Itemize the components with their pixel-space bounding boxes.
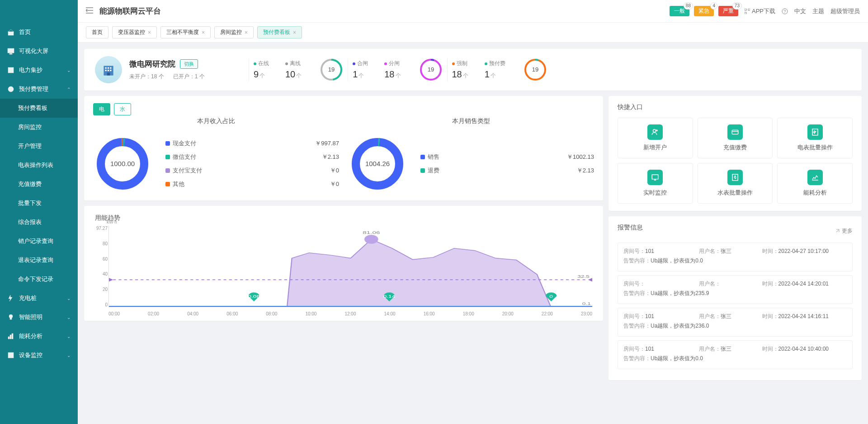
theme-selector[interactable]: 主题 [812,7,824,15]
svg-point-43 [364,235,378,244]
svg-rect-53 [652,175,659,179]
nav-sub-批量下发[interactable]: 批量下发 [0,194,78,213]
tab-预付费看板[interactable]: 预付费看板× [257,26,302,38]
help-icon[interactable]: ? [782,8,788,14]
close-icon[interactable]: × [148,29,151,36]
svg-rect-18 [105,67,107,69]
nav-可视化大屏[interactable]: 可视化大屏 [0,42,78,61]
alarm-panel: 报警信息 更多 房间号：101 用户名：张三 时间：2022-04-27 10:… [609,216,862,380]
pay-icon [727,124,743,140]
trend-title: 用能趋势 [95,214,592,222]
pie1-chart: 1000.00 [93,134,152,193]
language-selector[interactable]: 中文 [794,7,806,15]
svg-rect-51 [732,130,738,134]
pie-panel: 电 水 本月收入占比 [84,96,603,200]
tab-变压器监控[interactable]: 变压器监控× [112,26,157,38]
tab-首页[interactable]: 首页 [86,26,108,38]
svg-rect-24 [107,72,110,75]
quick-能耗分析[interactable]: 能耗分析 [777,163,853,204]
pie1-title: 本月收入占比 [93,117,339,125]
nav-电力集抄[interactable]: 电力集抄⌄ [0,61,78,80]
nav-sub-房间监控[interactable]: 房间监控 [0,118,78,137]
alarm-item[interactable]: 房间号：101 用户名：张三 时间：2022-04-24 10:40:00 告警… [618,340,853,369]
toggle-water-button[interactable]: 水 [114,103,131,115]
nav-sub-开户管理[interactable]: 开户管理 [0,137,78,156]
app-title: 能源物联网云平台 [99,6,161,16]
nav-设备监控[interactable]: 设备监控⌄ [0,346,78,365]
quick-新增开户[interactable]: 新增开户 [618,118,693,158]
batch-water-icon [727,170,743,185]
legend-row: 其他￥0 [165,177,339,191]
alarm-item[interactable]: 房间号： 用户名： 时间：2022-04-24 14:20:01 告警内容：Ua… [618,275,853,304]
switch-org-button[interactable]: 切换 [180,59,198,69]
svg-rect-6 [10,318,12,319]
home-icon [7,29,14,36]
chevron-up-icon: ⌃ [67,87,71,92]
svg-text:0.14: 0.14 [383,294,396,298]
nav-充电桩[interactable]: 充电桩⌄ [0,289,78,308]
nav-智能照明[interactable]: 智能照明⌄ [0,308,78,327]
tab-房间监控[interactable]: 房间监控× [214,26,254,38]
toggle-elec-button[interactable]: 电 [93,103,110,115]
nav-sub-电表操作列表[interactable]: 电表操作列表 [0,156,78,175]
svg-rect-2 [9,53,12,54]
chevron-down-icon: ⌄ [67,315,71,320]
alarm-more-link[interactable]: 更多 [835,227,853,235]
svg-text:1004.26: 1004.26 [365,160,390,167]
quick-电表批量操作[interactable]: 电表批量操作 [777,118,853,158]
stat-prepay: 预付费 1个 [485,60,505,80]
svg-point-5 [9,314,13,318]
nav-预付费管理[interactable]: 预付费管理⌃ [0,80,78,99]
close-icon[interactable]: × [245,29,248,36]
quick-panel: 快捷入口 新增开户充值缴费电表批量操作实时监控水表批量操作能耗分析 [609,96,862,211]
svg-rect-20 [110,67,111,69]
alert-badge-一般[interactable]: 一般88 [670,6,689,16]
legend-row: 现金支付￥997.87 [165,137,339,150]
ring-prepay: 19 [524,58,547,81]
tab-三相不平衡度[interactable]: 三相不平衡度× [160,26,211,38]
user-menu[interactable]: 超级管理员 [830,7,860,15]
alert-badge-紧急[interactable]: 紧急4 [694,6,714,16]
link-icon [835,229,840,233]
close-icon[interactable]: × [293,29,296,36]
trend-chart-svg: 81.06 32.5 0.1 0.080.140 [109,226,592,307]
svg-rect-13 [748,9,750,10]
svg-rect-9 [12,333,13,339]
alarm-item[interactable]: 房间号：101 用户名：张三 时间：2022-04-27 10:17:00 告警… [618,243,853,272]
alarm-item[interactable]: 房间号：101 用户名：张三 时间：2022-04-24 14:16:11 告警… [618,308,853,337]
legend-row: 退费￥2.13 [420,164,594,177]
svg-text:0: 0 [549,294,553,298]
analysis-icon [807,170,823,185]
nav-sub-充值缴费[interactable]: 充值缴费 [0,175,78,194]
page-tabs: 首页变压器监控×三相不平衡度×房间监控×预付费看板× [78,23,868,43]
legend-row: 微信支付￥2.13 [165,150,339,164]
nav-sub-退表记录查询[interactable]: 退表记录查询 [0,251,78,270]
nav-sub-命令下发记录[interactable]: 命令下发记录 [0,270,78,289]
menu-toggle-icon[interactable] [86,7,93,15]
svg-rect-23 [110,70,111,71]
ring-online: 19 [320,58,343,81]
nav-首页[interactable]: 首页 [0,23,78,42]
svg-rect-0 [8,32,14,35]
monitor-icon [647,170,663,185]
svg-rect-22 [108,70,109,71]
sidebar: 首页可视化大屏电力集抄⌄预付费管理⌃预付费看板房间监控开户管理电表操作列表充值缴… [0,0,78,424]
quick-充值缴费[interactable]: 充值缴费 [698,118,773,158]
nav-sub-综合报表[interactable]: 综合报表 [0,213,78,232]
energy-icon [7,333,14,340]
nav-能耗分析[interactable]: 能耗分析⌄ [0,327,78,346]
qr-icon [745,9,750,14]
trend-panel: 用能趋势 kW·h 97.27806040200 [84,206,603,321]
nav-sub-预付费看板[interactable]: 预付费看板 [0,99,78,118]
svg-text:32.5: 32.5 [577,275,590,279]
alert-badge-严重[interactable]: 严重73 [718,6,738,16]
charge-icon [7,295,14,302]
nav-sub-销户记录查询[interactable]: 销户记录查询 [0,232,78,251]
app-download-link[interactable]: APP下载 [745,7,775,15]
org-name: 微电网研究院 [129,59,175,69]
chevron-down-icon: ⌄ [67,353,71,358]
close-icon[interactable]: × [202,29,205,36]
quick-水表批量操作[interactable]: 水表批量操作 [698,163,773,204]
quick-实时监控[interactable]: 实时监控 [618,163,693,204]
svg-text:1000.00: 1000.00 [110,160,135,167]
